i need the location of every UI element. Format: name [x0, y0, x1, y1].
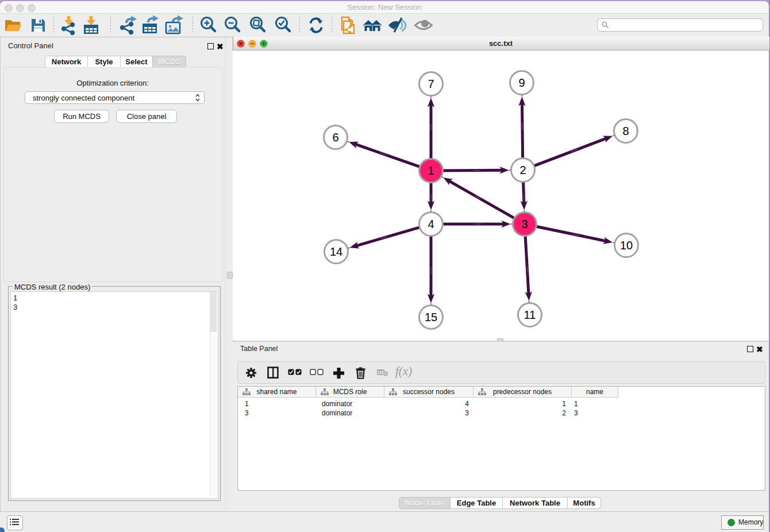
svg-text:14: 14 — [330, 245, 342, 258]
svg-text:2: 2 — [519, 164, 526, 176]
svg-text:3: 3 — [521, 218, 528, 230]
svg-text:9: 9 — [518, 76, 525, 89]
svg-text:6: 6 — [332, 131, 338, 144]
svg-text:10: 10 — [620, 239, 633, 252]
svg-text:7: 7 — [428, 78, 434, 90]
svg-text:8: 8 — [622, 125, 629, 137]
svg-text:1: 1 — [428, 164, 434, 177]
svg-text:11: 11 — [524, 309, 536, 321]
svg-text:4: 4 — [428, 218, 434, 230]
svg-text:15: 15 — [425, 311, 437, 323]
